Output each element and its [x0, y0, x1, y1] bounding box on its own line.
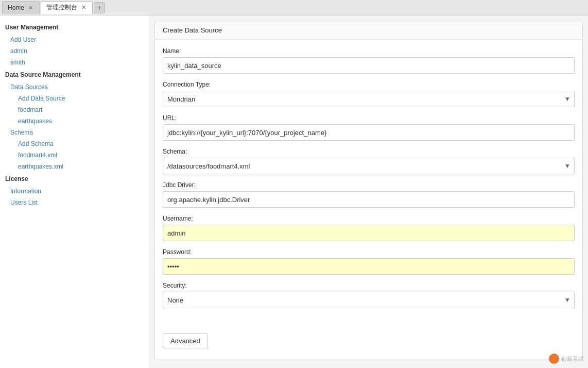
watermark-text: 创新互联	[561, 355, 584, 363]
sidebar-item-add-data-source[interactable]: Add Data Source	[0, 93, 149, 104]
field-security: Security: None SSL Kerberos ▼	[163, 282, 575, 308]
tab-bar: Home ✕ 管理控制台 ✕ +	[0, 0, 588, 15]
password-input[interactable]	[163, 258, 575, 275]
schema-label: Schema:	[163, 148, 575, 155]
connection-type-select[interactable]: Mondrian JDBC ODBC	[163, 91, 575, 107]
sidebar-item-earthquakes-xml[interactable]: earthquakes.xml	[0, 161, 149, 172]
tab-home-close[interactable]: ✕	[27, 5, 34, 11]
sidebar-item-add-user[interactable]: Add User	[0, 34, 149, 45]
create-datasource-panel: Create Data Source Name: Connection Type…	[154, 21, 583, 359]
security-select[interactable]: None SSL Kerberos	[163, 292, 575, 308]
form-header: Create Data Source	[155, 21, 582, 40]
sidebar-item-add-schema[interactable]: Add Schema	[0, 138, 149, 149]
url-input[interactable]	[163, 124, 575, 141]
name-label: Name:	[163, 47, 575, 55]
sidebar-item-foodmart4-xml[interactable]: foodmart4.xml	[0, 149, 149, 161]
field-schema: Schema: /datasources/foodmart4.xml /data…	[163, 148, 575, 174]
watermark-logo	[549, 354, 559, 364]
form-body: Name: Connection Type: Mondrian JDBC ODB…	[155, 40, 582, 323]
sidebar-section-user-management: User Management	[0, 21, 149, 34]
sidebar-item-information[interactable]: Information	[0, 186, 149, 197]
url-label: URL:	[163, 114, 575, 122]
sidebar-item-admin[interactable]: admin	[0, 45, 149, 57]
connection-type-select-wrapper: Mondrian JDBC ODBC ▼	[163, 91, 575, 107]
tab-admin-console[interactable]: 管理控制台 ✕	[41, 1, 93, 14]
schema-select-wrapper: /datasources/foodmart4.xml /datasources/…	[163, 158, 575, 174]
field-username: Username:	[163, 215, 575, 241]
tab-new-button[interactable]: +	[94, 2, 105, 13]
security-select-wrapper: None SSL Kerberos ▼	[163, 292, 575, 308]
sidebar: User Management Add User admin smith Dat…	[0, 15, 149, 368]
field-name: Name:	[163, 47, 575, 74]
password-label: Password:	[163, 248, 575, 256]
sidebar-section-license: License	[0, 172, 149, 186]
tab-home[interactable]: Home ✕	[2, 1, 40, 14]
tab-admin-console-label: 管理控制台	[46, 3, 77, 12]
tab-admin-console-close[interactable]: ✕	[80, 4, 87, 11]
sidebar-section-datasource-management: Data Source Management	[0, 68, 149, 81]
jdbc-driver-label: Jdbc Driver:	[163, 181, 575, 189]
content-area: Create Data Source Name: Connection Type…	[149, 15, 588, 368]
watermark: 创新互联	[549, 354, 584, 364]
sidebar-item-foodmart[interactable]: foodmart	[0, 104, 149, 115]
username-input[interactable]	[163, 225, 575, 241]
field-url: URL:	[163, 114, 575, 141]
sidebar-item-users-list[interactable]: Users List	[0, 197, 149, 208]
security-label: Security:	[163, 282, 575, 289]
form-footer: Advanced	[155, 323, 582, 359]
sidebar-item-data-sources[interactable]: Data Sources	[0, 81, 149, 93]
field-connection-type: Connection Type: Mondrian JDBC ODBC ▼	[163, 81, 575, 107]
schema-select[interactable]: /datasources/foodmart4.xml /datasources/…	[163, 158, 575, 174]
field-password: Password:	[163, 248, 575, 275]
name-input[interactable]	[163, 57, 575, 74]
main-layout: User Management Add User admin smith Dat…	[0, 15, 588, 368]
connection-type-label: Connection Type:	[163, 81, 575, 88]
advanced-button[interactable]: Advanced	[163, 333, 208, 348]
jdbc-driver-input[interactable]	[163, 191, 575, 208]
username-label: Username:	[163, 215, 575, 222]
sidebar-item-earthquakes[interactable]: earthquakes	[0, 115, 149, 127]
tab-home-label: Home	[8, 4, 24, 11]
field-jdbc-driver: Jdbc Driver:	[163, 181, 575, 208]
sidebar-item-schema[interactable]: Schema	[0, 127, 149, 138]
sidebar-item-smith[interactable]: smith	[0, 57, 149, 68]
